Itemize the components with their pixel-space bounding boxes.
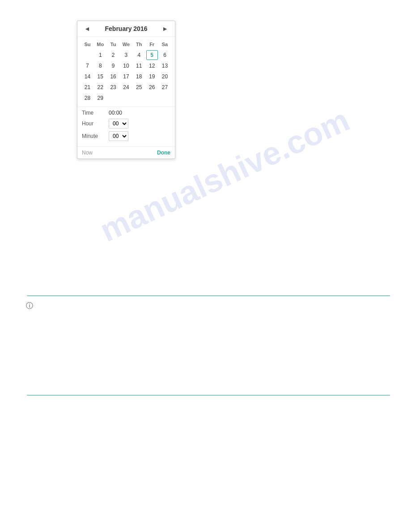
calendar-week-5: 28 29 bbox=[81, 93, 171, 103]
day-11[interactable]: 11 bbox=[133, 61, 145, 71]
day-4[interactable]: 4 bbox=[133, 50, 145, 60]
calendar-week-1: 1 2 3 4 5 6 bbox=[81, 50, 171, 60]
day-6[interactable]: 6 bbox=[159, 50, 170, 60]
day-3[interactable]: 3 bbox=[120, 50, 132, 60]
day-20[interactable]: 20 bbox=[159, 72, 170, 82]
weekday-fr: Fr bbox=[146, 39, 158, 49]
weekday-mo: Mo bbox=[94, 39, 106, 49]
day-5[interactable]: 5 bbox=[146, 50, 158, 60]
calendar-header: ◄ February 2016 ► bbox=[77, 21, 175, 37]
day-23[interactable]: 23 bbox=[107, 82, 119, 92]
day-19[interactable]: 19 bbox=[146, 72, 158, 82]
prev-month-button[interactable]: ◄ bbox=[82, 25, 93, 33]
day-10[interactable]: 10 bbox=[120, 61, 132, 71]
hour-label: Hour bbox=[82, 120, 109, 127]
calendar-grid: Su Mo Tu We Th Fr Sa 1 2 3 4 5 6 7 8 9 1… bbox=[77, 37, 175, 107]
bottom-divider-line bbox=[27, 395, 390, 395]
day-8[interactable]: 8 bbox=[94, 61, 106, 71]
calendar-week-3: 14 15 16 17 18 19 20 bbox=[81, 72, 171, 82]
day-13[interactable]: 13 bbox=[159, 61, 170, 71]
minute-select[interactable]: 00 05101520 25303540 455055 bbox=[109, 131, 128, 141]
day-empty-2 bbox=[107, 93, 119, 103]
day-27[interactable]: 27 bbox=[159, 82, 170, 92]
weekday-sa: Sa bbox=[159, 39, 170, 49]
top-divider-line bbox=[27, 296, 390, 296]
day-9[interactable]: 9 bbox=[107, 61, 119, 71]
calendar-footer: Now Done bbox=[77, 146, 175, 159]
day-empty-4 bbox=[133, 93, 145, 103]
day-14[interactable]: 14 bbox=[81, 72, 93, 82]
day-28[interactable]: 28 bbox=[81, 93, 93, 103]
day-empty-5 bbox=[146, 93, 158, 103]
day-25[interactable]: 25 bbox=[133, 82, 145, 92]
hour-row: Hour 00 01020304 05060708 09101112 13141… bbox=[82, 119, 170, 129]
minute-label: Minute bbox=[82, 133, 109, 139]
calendar-title: February 2016 bbox=[105, 25, 148, 32]
day-12[interactable]: 12 bbox=[146, 61, 158, 71]
day-2[interactable]: 2 bbox=[107, 50, 119, 60]
minute-row: Minute 00 05101520 25303540 455055 bbox=[82, 131, 170, 141]
weekday-su: Su bbox=[81, 39, 93, 49]
day-15[interactable]: 15 bbox=[94, 72, 106, 82]
time-section: Time 00:00 Hour 00 01020304 05060708 091… bbox=[77, 107, 175, 146]
day-1[interactable]: 1 bbox=[94, 50, 106, 60]
calendar-week-2: 7 8 9 10 11 12 13 bbox=[81, 61, 171, 71]
day-empty bbox=[81, 50, 93, 60]
weekday-we: We bbox=[120, 39, 132, 49]
info-icon: ⓘ bbox=[26, 301, 33, 311]
day-26[interactable]: 26 bbox=[146, 82, 158, 92]
time-value: 00:00 bbox=[109, 110, 122, 116]
weekday-header-row: Su Mo Tu We Th Fr Sa bbox=[81, 39, 171, 49]
calendar-week-4: 21 22 23 24 25 26 27 bbox=[81, 82, 171, 92]
calendar-widget: ◄ February 2016 ► Su Mo Tu We Th Fr Sa 1… bbox=[77, 21, 175, 159]
time-label: Time bbox=[82, 110, 109, 116]
next-month-button[interactable]: ► bbox=[160, 25, 170, 33]
day-22[interactable]: 22 bbox=[94, 82, 106, 92]
day-empty-6 bbox=[159, 93, 170, 103]
done-button[interactable]: Done bbox=[157, 150, 170, 156]
time-row: Time 00:00 bbox=[82, 110, 170, 116]
day-empty-3 bbox=[120, 93, 132, 103]
hour-select[interactable]: 00 01020304 05060708 09101112 13141516 1… bbox=[109, 119, 128, 129]
weekday-th: Th bbox=[133, 39, 145, 49]
day-18[interactable]: 18 bbox=[133, 72, 145, 82]
day-29[interactable]: 29 bbox=[94, 93, 106, 103]
weekday-tu: Tu bbox=[107, 39, 119, 49]
day-17[interactable]: 17 bbox=[120, 72, 132, 82]
day-16[interactable]: 16 bbox=[107, 72, 119, 82]
day-7[interactable]: 7 bbox=[81, 61, 93, 71]
now-button[interactable]: Now bbox=[82, 150, 93, 156]
day-24[interactable]: 24 bbox=[120, 82, 132, 92]
day-21[interactable]: 21 bbox=[81, 82, 93, 92]
